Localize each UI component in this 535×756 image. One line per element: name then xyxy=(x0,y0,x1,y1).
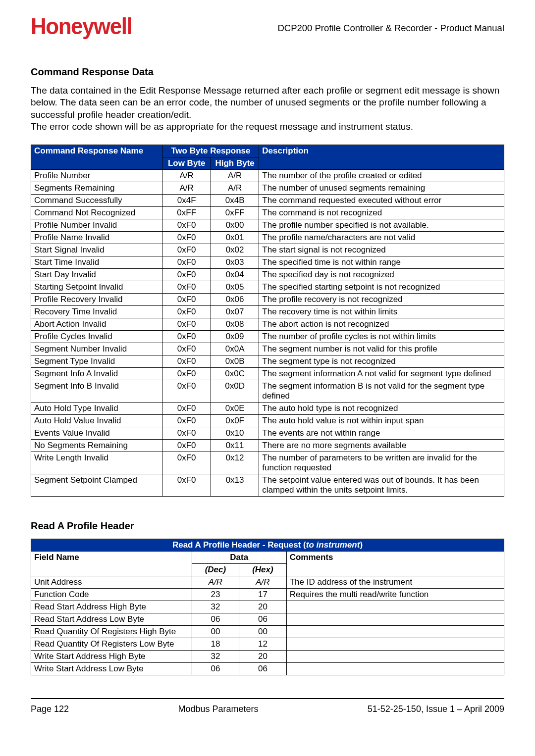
table-row: Profile Cycles Invalid0xF00x09The number… xyxy=(31,331,504,343)
cell-desc: The number of the profile created or edi… xyxy=(259,170,504,182)
cell-high: 0x04 xyxy=(211,269,259,281)
cell-name: Start Day Invalid xyxy=(31,269,162,281)
table-row: Command Not Recognized0xFF0xFFThe comman… xyxy=(31,207,504,219)
cell-high: 0x02 xyxy=(211,244,259,256)
table-row: Read Quantity Of Registers Low Byte1812 xyxy=(31,638,504,651)
table-row: Command Successfully0x4F0x4BThe command … xyxy=(31,195,504,207)
cell-low: 0xF0 xyxy=(162,232,211,244)
cell-name: Command Successfully xyxy=(31,195,162,207)
cell-desc: The auto hold value is not within input … xyxy=(259,415,504,427)
title-post: ) xyxy=(360,540,363,550)
cell-high: 0xFF xyxy=(211,207,259,219)
cell-dec: 32 xyxy=(192,651,239,663)
cell-name: Command Not Recognized xyxy=(31,207,162,219)
table-row: No Segments Remaining0xF00x11There are n… xyxy=(31,440,504,452)
cell-desc: The command is not recognized xyxy=(259,207,504,219)
cell-low: 0xF0 xyxy=(162,380,211,403)
th-dec: (Dec) xyxy=(192,564,239,576)
cell-name: Start Time Invalid xyxy=(31,256,162,269)
cell-high: 0x0A xyxy=(211,343,259,355)
cell-low: 0xF0 xyxy=(162,355,211,368)
cell-hex: 00 xyxy=(239,626,287,638)
cell-desc: The auto hold type is not recognized xyxy=(259,403,504,415)
cell-high: 0x0F xyxy=(211,415,259,427)
table-row: Start Time Invalid0xF00x03The specified … xyxy=(31,256,504,269)
table-row: Start Signal Invalid0xF00x02The start si… xyxy=(31,244,504,256)
section-heading-command-response: Command Response Data xyxy=(31,66,504,78)
cell-name: Recovery Time Invalid xyxy=(31,306,162,318)
cell-desc: The number of parameters to be written a… xyxy=(259,452,504,474)
read-profile-header-table: Read A Profile Header - Request (to inst… xyxy=(31,539,504,675)
cell-desc: The segment information A not valid for … xyxy=(259,368,504,380)
table-row: Profile Name Invalid0xF00x01The profile … xyxy=(31,232,504,244)
cell-low: 0xF0 xyxy=(162,343,211,355)
cell-hex: 17 xyxy=(239,589,287,601)
cell-desc: The number of unused segments remaining xyxy=(259,182,504,195)
cell-name: Segment Number Invalid xyxy=(31,343,162,355)
cell-field: Write Start Address High Byte xyxy=(31,651,192,663)
page-header: Honeywell DCP200 Profile Controller & Re… xyxy=(31,14,504,39)
table-row: Segment Setpoint Clamped0xF00x13The setp… xyxy=(31,474,504,497)
cell-field: Read Start Address High Byte xyxy=(31,601,192,613)
table-row: Auto Hold Type Invalid0xF00x0EThe auto h… xyxy=(31,403,504,415)
cell-low: 0xFF xyxy=(162,207,211,219)
cell-low: 0xF0 xyxy=(162,244,211,256)
cell-low: A/R xyxy=(162,182,211,195)
cell-comments xyxy=(286,613,504,626)
table-row: Starting Setpoint Invalid0xF00x05The spe… xyxy=(31,281,504,294)
table-row: Read Quantity Of Registers High Byte0000 xyxy=(31,626,504,638)
cell-desc: The profile recovery is not recognized xyxy=(259,294,504,306)
cell-name: Profile Name Invalid xyxy=(31,232,162,244)
page-footer: Page 122 Modbus Parameters 51-52-25-150,… xyxy=(31,704,504,714)
table-row: Function Code2317Requires the multi read… xyxy=(31,589,504,601)
cell-desc: The specified day is not recognized xyxy=(259,269,504,281)
th-table2-title: Read A Profile Header - Request (to inst… xyxy=(31,539,504,552)
footer-left: Page 122 xyxy=(31,704,69,714)
cell-low: 0xF0 xyxy=(162,281,211,294)
cell-desc: The command requested executed without e… xyxy=(259,195,504,207)
cell-comments xyxy=(286,638,504,651)
table-row: Events Value Invalid0xF00x10The events a… xyxy=(31,427,504,440)
cell-high: 0x0B xyxy=(211,355,259,368)
table-row: Auto Hold Value Invalid0xF00x0FThe auto … xyxy=(31,415,504,427)
cell-name: Events Value Invalid xyxy=(31,427,162,440)
cell-dec: A/R xyxy=(192,576,239,589)
cell-field: Write Start Address Low Byte xyxy=(31,663,192,675)
cell-name: Profile Number Invalid xyxy=(31,219,162,232)
command-response-table: Command Response Name Two Byte Response … xyxy=(31,145,504,497)
th-name: Command Response Name xyxy=(31,145,162,170)
th-high-byte: High Byte xyxy=(211,157,259,170)
footer-right: 51-52-25-150, Issue 1 – April 2009 xyxy=(368,704,504,714)
footer-center: Modbus Parameters xyxy=(178,704,258,714)
cell-desc: The specified starting setpoint is not r… xyxy=(259,281,504,294)
cell-name: Segment Setpoint Clamped xyxy=(31,474,162,497)
cell-dec: 18 xyxy=(192,638,239,651)
cell-desc: The segment information B is not valid f… xyxy=(259,380,504,403)
cell-hex: 20 xyxy=(239,601,287,613)
cell-desc: The setpoint value entered was out of bo… xyxy=(259,474,504,497)
cell-low: A/R xyxy=(162,170,211,182)
cell-high: 0x0D xyxy=(211,380,259,403)
table-row: Segment Info B Invalid0xF00x0DThe segmen… xyxy=(31,380,504,403)
cell-low: 0xF0 xyxy=(162,403,211,415)
table-row: Unit AddressA/RA/RThe ID address of the … xyxy=(31,576,504,589)
table-row: Abort Action Invalid0xF00x08The abort ac… xyxy=(31,318,504,331)
table-row: Segments RemainingA/RA/RThe number of un… xyxy=(31,182,504,195)
cell-low: 0x4F xyxy=(162,195,211,207)
cell-low: 0xF0 xyxy=(162,294,211,306)
cell-comments xyxy=(286,651,504,663)
table-row: Recovery Time Invalid0xF00x07The recover… xyxy=(31,306,504,318)
cell-comments: Requires the multi read/write function xyxy=(286,589,504,601)
cell-low: 0xF0 xyxy=(162,440,211,452)
cell-comments: The ID address of the instrument xyxy=(286,576,504,589)
cell-high: 0x11 xyxy=(211,440,259,452)
cell-desc: The profile name/characters are not vali… xyxy=(259,232,504,244)
cell-high: 0x09 xyxy=(211,331,259,343)
cell-high: 0x0C xyxy=(211,368,259,380)
cell-name: No Segments Remaining xyxy=(31,440,162,452)
cell-dec: 06 xyxy=(192,613,239,626)
section-paragraph: The data contained in the Edit Response … xyxy=(31,85,504,133)
cell-high: 0x4B xyxy=(211,195,259,207)
document-title: DCP200 Profile Controller & Recorder - P… xyxy=(277,23,504,34)
cell-high: 0x13 xyxy=(211,474,259,497)
